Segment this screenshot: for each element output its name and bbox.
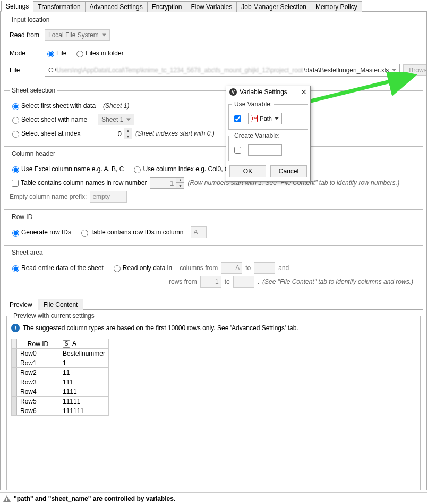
row-handle: [12, 358, 17, 368]
row-handle: [12, 406, 17, 416]
col-header-rowid[interactable]: Row ID: [17, 339, 59, 349]
columns-from-label: columns from: [180, 264, 218, 272]
columns-to-input[interactable]: [254, 262, 275, 274]
read-only-data-radio[interactable]: Read only data in: [111, 264, 172, 272]
cell-a: 111111: [59, 406, 109, 416]
select-sheet-name-radio[interactable]: Select sheet with name: [10, 115, 90, 124]
sheet-selection-group: Sheet selection Select first sheet with …: [4, 87, 423, 147]
file-label: File: [10, 66, 41, 74]
names-in-row-checkbox[interactable]: Table contains column names in row numbe…: [10, 178, 147, 188]
info-icon: i: [11, 324, 20, 332]
preview-legend: Preview with current settings: [11, 312, 97, 320]
row-number-spinner[interactable]: ▲▼: [150, 177, 184, 189]
cell-rowid: Row5: [17, 397, 59, 406]
browse-button[interactable]: Browse...: [403, 64, 427, 76]
mode-folder-radio[interactable]: Files in folder: [74, 49, 123, 57]
create-variable-input[interactable]: [248, 144, 282, 156]
chevron-up-icon[interactable]: ▲: [124, 128, 132, 133]
empty-prefix-label: Empty column name prefix:: [10, 193, 87, 200]
tab-file-content[interactable]: File Content: [38, 299, 84, 310]
main-tab-bar: Settings Transformation Advanced Setting…: [0, 0, 427, 12]
dialog-titlebar: V Variable Settings ✕: [226, 86, 310, 98]
chevron-up-icon[interactable]: ▲: [176, 178, 184, 183]
variable-select[interactable]: P° Path: [248, 113, 282, 124]
table-row[interactable]: Row11: [12, 358, 109, 368]
row-number-input[interactable]: [150, 178, 176, 188]
string-type-icon: S: [63, 340, 70, 348]
table-row[interactable]: Row3111: [12, 377, 109, 387]
tab-preview[interactable]: Preview: [4, 299, 38, 310]
chevron-down-icon[interactable]: ▼: [176, 183, 184, 188]
sheet-index-spinner[interactable]: ▲▼: [98, 128, 132, 139]
rows-from-input[interactable]: [200, 276, 221, 288]
sheet-name-select[interactable]: Sheet 1: [98, 114, 134, 125]
cell-a: 111: [59, 377, 109, 387]
mode-label: Mode: [10, 49, 41, 57]
file-path-input[interactable]: C:\Users\ng\AppData\Local\Temp\knime_tc_…: [45, 64, 400, 77]
cell-a: 11: [59, 368, 109, 377]
create-variable-legend: Create Variable:: [232, 132, 282, 139]
tab-flow-variables[interactable]: Flow Variables: [186, 1, 237, 12]
table-row[interactable]: Row0Bestellnummer: [12, 349, 109, 358]
cell-a: 1: [59, 358, 109, 368]
column-header-group: Column header Use Excel column name e.g.…: [4, 150, 423, 210]
tab-encryption[interactable]: Encryption: [147, 1, 187, 12]
rows-dot: .: [258, 278, 259, 285]
and-label: and: [278, 264, 289, 272]
variable-value: Path: [260, 115, 272, 122]
rows-to-input[interactable]: [233, 276, 254, 288]
preview-panel: Preview with current settings i The sugg…: [4, 309, 423, 490]
column-header-legend: Column header: [10, 150, 57, 157]
tab-job-manager[interactable]: Job Manager Selection: [236, 1, 311, 12]
select-sheet-index-radio[interactable]: Select sheet at index: [10, 129, 90, 138]
chevron-down-icon[interactable]: ▼: [124, 133, 132, 139]
col-header-a[interactable]: SA: [59, 339, 109, 349]
columns-from-input[interactable]: [221, 262, 242, 274]
preview-table: Row ID SA Row0BestellnummerRow11Row211Ro…: [11, 339, 109, 416]
empty-prefix-input[interactable]: [90, 191, 127, 203]
use-variable-checkbox[interactable]: [234, 115, 241, 122]
input-location-group: Input location Read from Local File Syst…: [4, 16, 427, 83]
tab-settings[interactable]: Settings: [1, 1, 33, 12]
table-row[interactable]: Row41111: [12, 387, 109, 397]
sheet-index-hint: (Sheet indexes start with 0.): [135, 130, 215, 137]
sheet-area-hint: (See "File Content" tab to identify colu…: [262, 278, 413, 285]
cell-rowid: Row4: [17, 387, 59, 397]
ok-button[interactable]: OK: [229, 165, 266, 177]
table-row[interactable]: Row211: [12, 368, 109, 377]
cell-a: 1111: [59, 387, 109, 397]
read-from-select[interactable]: Local File System: [45, 29, 110, 41]
use-variable-group: Use Variable: P° Path: [228, 100, 308, 130]
mode-file-radio[interactable]: File: [45, 49, 66, 57]
generate-row-ids-radio[interactable]: Generate row IDs: [10, 228, 71, 237]
input-location-legend: Input location: [10, 16, 52, 23]
dialog-title: Variable Settings: [240, 88, 287, 96]
preview-info-text: The suggested column types are based on …: [23, 324, 298, 332]
rows-to-label: to: [225, 278, 230, 285]
tab-memory-policy[interactable]: Memory Policy: [311, 1, 362, 12]
select-first-sheet-radio[interactable]: Select first sheet with data: [10, 102, 96, 110]
read-entire-sheet-radio[interactable]: Read entire data of the sheet: [10, 264, 104, 272]
read-from-label: Read from: [10, 31, 41, 39]
excel-col-name-radio[interactable]: Use Excel column name e.g. A, B, C: [10, 165, 124, 173]
row-id-group: Row ID Generate row IDs Table contains r…: [4, 213, 423, 246]
sheet-index-input[interactable]: [98, 128, 124, 139]
create-variable-checkbox[interactable]: [234, 147, 241, 154]
rows-from-label: rows from: [169, 278, 197, 285]
tab-advanced-settings[interactable]: Advanced Settings: [85, 1, 148, 12]
table-row[interactable]: Row511111: [12, 397, 109, 406]
preview-fieldset: Preview with current settings i The sugg…: [6, 312, 421, 490]
cancel-button[interactable]: Cancel: [270, 165, 307, 177]
row-handle: [12, 368, 17, 377]
close-icon[interactable]: ✕: [301, 88, 307, 96]
path-type-icon: P°: [251, 115, 258, 122]
first-sheet-hint: (Sheet 1): [103, 102, 129, 110]
row-id-column-input[interactable]: [191, 226, 207, 238]
tab-transformation[interactable]: Transformation: [33, 1, 85, 12]
cell-rowid: Row6: [17, 406, 59, 416]
columns-to-label: to: [245, 264, 251, 272]
settings-panel: Input location Read from Local File Syst…: [0, 12, 427, 490]
table-row[interactable]: Row6111111: [12, 406, 109, 416]
row-ids-in-column-radio[interactable]: Table contains row IDs in column: [79, 228, 183, 237]
variable-settings-dialog: V Variable Settings ✕ Use Variable: P° P…: [226, 86, 311, 182]
